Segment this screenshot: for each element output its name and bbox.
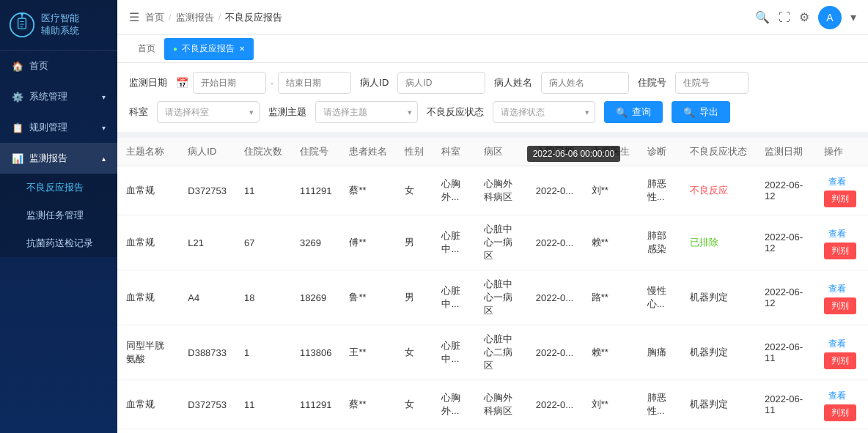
judge-button[interactable]: 判别 <box>824 243 856 259</box>
gender-cell: 男 <box>396 215 433 270</box>
monitor-date-cell: 2022-06-11 <box>756 429 815 434</box>
date-start-input[interactable] <box>193 72 266 94</box>
export-button[interactable]: 🔍 导出 <box>672 101 730 123</box>
logo-icon <box>9 12 35 38</box>
table-wrapper: 主题名称 病人ID 住院次数 住院号 患者姓名 性别 科室 病区 入院日期 主管… <box>117 138 868 433</box>
view-button[interactable]: 查看 <box>824 281 850 297</box>
export-btn-icon: 🔍 <box>683 107 695 118</box>
main-content: ☰ 首页 / 监测报告 / 不良反应报告 🔍 ⛶ ⚙ A ▾ 首页 ● 不良反应… <box>117 0 868 433</box>
diagnosis-cell: 肺部感染 <box>639 215 681 270</box>
diagnosis-cell: 肺恶性... <box>639 380 681 429</box>
sidebar-submenu-tasks[interactable]: 监测任务管理 <box>0 201 117 229</box>
diagnosis-cell: 胸痛 <box>639 325 681 380</box>
patient-name-input[interactable] <box>541 72 629 94</box>
dept-select[interactable]: 请选择科室 <box>157 101 260 123</box>
date-end-input[interactable] <box>278 72 351 94</box>
ward-cell: 心脏中心二病区 <box>475 325 527 380</box>
monitor-date-cell: 2022-06-11 <box>756 380 815 429</box>
settings-icon[interactable]: ⚙ <box>799 10 809 24</box>
dept-cell: 心脏中... <box>433 215 475 270</box>
admission-date-cell: 2022-0... <box>527 429 583 434</box>
view-button[interactable]: 查看 <box>824 226 850 243</box>
patient-name-cell: 蔡** <box>340 166 396 215</box>
hospital-no-cell: 113806 <box>291 325 340 380</box>
dept-cell: 心脏中... <box>433 325 475 380</box>
col-monitor-date: 监测日期 <box>756 138 815 166</box>
col-ward: 病区 <box>475 138 527 166</box>
date-label: 监测日期 <box>129 76 167 89</box>
sidebar-submenu-adverse[interactable]: 不良反应报告 <box>0 174 117 201</box>
breadcrumb-sep-2: / <box>218 12 221 23</box>
doctor-cell: 刘** <box>583 380 639 429</box>
topic-select[interactable]: 请选择主题 <box>315 101 418 123</box>
sidebar-item-rules[interactable]: 📋 规则管理 ▾ <box>0 112 117 143</box>
breadcrumb-monitor[interactable]: 监测报告 <box>176 11 214 24</box>
filter-row-1: 监测日期 📅 - 病人ID 病人姓名 住院号 <box>129 72 856 94</box>
adverse-status-cell: 不良反应 <box>681 166 756 215</box>
tab-adverse[interactable]: ● 不良反应报告 ✕ <box>164 38 254 60</box>
patient-id-input[interactable] <box>397 72 485 94</box>
hospital-no-cell: 3269 <box>291 215 340 270</box>
adverse-label: 不良反应报告 <box>26 182 84 193</box>
avatar[interactable]: A <box>818 6 842 29</box>
chevron-down-icon: ▾ <box>102 93 106 101</box>
search-button[interactable]: 🔍 查询 <box>604 101 663 123</box>
gender-cell: 男 <box>396 429 433 434</box>
judge-button[interactable]: 判别 <box>824 190 856 207</box>
patient-name-cell: 蔡** <box>340 380 396 429</box>
tab-close-icon[interactable]: ✕ <box>239 45 245 53</box>
sidebar-item-monitor[interactable]: 📊 监测报告 ▴ <box>0 143 117 174</box>
chevron-down-icon[interactable]: ▾ <box>850 10 856 24</box>
diagnosis-cell: 胆囊术后 <box>639 429 681 434</box>
table-area: 主题名称 病人ID 住院次数 住院号 患者姓名 性别 科室 病区 入院日期 主管… <box>117 138 868 433</box>
adverse-status-cell: 已排除 <box>681 215 756 270</box>
sidebar-submenu-antibiotics[interactable]: 抗菌药送检记录 <box>0 229 117 257</box>
search-icon[interactable]: 🔍 <box>755 10 770 24</box>
adverse-status-select[interactable]: 请选择状态 <box>493 101 595 123</box>
sidebar-logo: 医疗智能辅助系统 <box>0 0 117 51</box>
ward-cell: 心胸外科病区 <box>475 380 527 429</box>
topic-cell: 肝毒性 <box>117 429 179 434</box>
view-button[interactable]: 查看 <box>824 174 850 190</box>
visits-cell: 1 <box>235 325 291 380</box>
filter-row-2: 科室 请选择科室 监测主题 请选择主题 不良反应状态 请选择状态 <box>129 101 856 123</box>
topic-cell: 血常规 <box>117 270 179 325</box>
topic-cell: 血常规 <box>117 380 179 429</box>
patient-id-label: 病人ID <box>360 76 389 89</box>
gender-cell: 女 <box>396 166 433 215</box>
visits-cell: 11 <box>235 166 291 215</box>
view-button[interactable]: 查看 <box>824 336 850 352</box>
tab-active-dot: ● <box>173 45 177 53</box>
hospital-no-input[interactable] <box>675 72 749 94</box>
view-button[interactable]: 查看 <box>824 388 850 404</box>
table-body: 血常规 D372753 11 111291 蔡** 女 心胸外... 心胸外科病… <box>117 166 868 434</box>
visits-cell: 3 <box>235 429 291 434</box>
date-separator: - <box>271 78 273 89</box>
doctor-cell: 路** <box>583 270 639 325</box>
menu-toggle-icon[interactable]: ☰ <box>129 10 139 24</box>
hospital-no-cell: 111291 <box>291 166 340 215</box>
doctor-cell: 郭** <box>583 429 639 434</box>
admission-date-cell: 2022-0... 2022-06-06 00:00:00 <box>527 166 583 215</box>
judge-button[interactable]: 判别 <box>824 404 856 421</box>
calendar-icon: 📅 <box>176 77 188 89</box>
sidebar-submenu-monitor: 不良反应报告 监测任务管理 抗菌药送检记录 <box>0 174 117 257</box>
judge-button[interactable]: 判别 <box>824 297 856 314</box>
table-row: 血常规 D372753 11 111291 蔡** 女 心胸外... 心胸外科病… <box>117 166 868 215</box>
fullscreen-icon[interactable]: ⛶ <box>779 11 790 24</box>
breadcrumb-current: 不良反应报告 <box>225 11 282 24</box>
sidebar-item-home[interactable]: 🏠 首页 <box>0 51 117 81</box>
patient-name-label: 病人姓名 <box>494 76 532 89</box>
breadcrumb: 首页 / 监测报告 / 不良反应报告 <box>145 11 282 24</box>
monitor-icon: 📊 <box>12 153 23 164</box>
breadcrumb-home[interactable]: 首页 <box>145 11 164 24</box>
tab-home[interactable]: 首页 <box>129 38 164 60</box>
rules-icon: 📋 <box>12 122 23 133</box>
table-header-row: 主题名称 病人ID 住院次数 住院号 患者姓名 性别 科室 病区 入院日期 主管… <box>117 138 868 166</box>
sidebar-item-system[interactable]: ⚙️ 系统管理 ▾ <box>0 81 117 112</box>
topic-cell: 血常规 <box>117 166 179 215</box>
monitor-topic-label: 监测主题 <box>268 106 306 119</box>
judge-button[interactable]: 判别 <box>824 352 856 369</box>
adverse-status-cell: 机器判定 <box>681 380 756 429</box>
doctor-cell: 赖** <box>583 325 639 380</box>
